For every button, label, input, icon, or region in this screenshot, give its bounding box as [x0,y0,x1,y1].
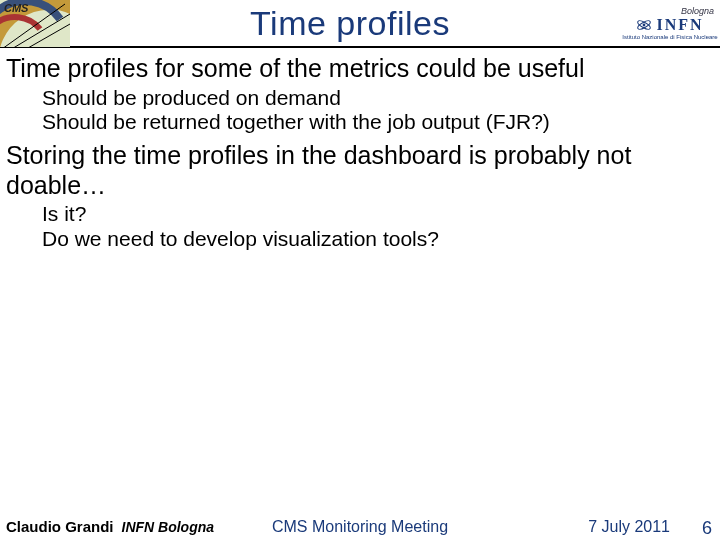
infn-city: Bologna [681,6,714,16]
footer-author: Claudio Grandi [6,518,114,535]
infn-text: INFN [656,16,703,34]
page-title: Time profiles [80,4,620,43]
footer: Claudio Grandi INFN Bologna CMS Monitori… [0,518,720,536]
footer-meeting: CMS Monitoring Meeting [272,518,448,536]
infn-logo: Bologna INFN Istituto Nazionale di Fisic… [620,0,720,47]
svg-point-6 [643,24,646,27]
bullet-2-sub-1: Is it? [42,202,714,227]
atom-icon [636,17,652,33]
cms-logo: CMS [0,0,70,47]
footer-page: 6 [702,518,712,539]
header: CMS Time profiles Bologna INFN Istituto … [0,0,720,48]
cms-logo-label: CMS [4,2,28,14]
slide: CMS Time profiles Bologna INFN Istituto … [0,0,720,540]
bullet-1-sub-2: Should be returned together with the job… [42,110,714,135]
infn-row: INFN [636,16,703,34]
bullet-1-sub-1: Should be produced on demand [42,86,714,111]
bullet-2-sub-2: Do we need to develop visualization tool… [42,227,714,252]
body: Time profiles for some of the metrics co… [0,48,720,252]
infn-sub: Istituto Nazionale di Fisica Nucleare [622,34,717,40]
footer-date: 7 July 2011 [588,518,670,536]
footer-affiliation: INFN Bologna [122,519,215,535]
title-wrap: Time profiles [80,4,620,43]
bullet-1: Time profiles for some of the metrics co… [6,54,714,84]
bullet-2: Storing the time profiles in the dashboa… [6,141,714,200]
